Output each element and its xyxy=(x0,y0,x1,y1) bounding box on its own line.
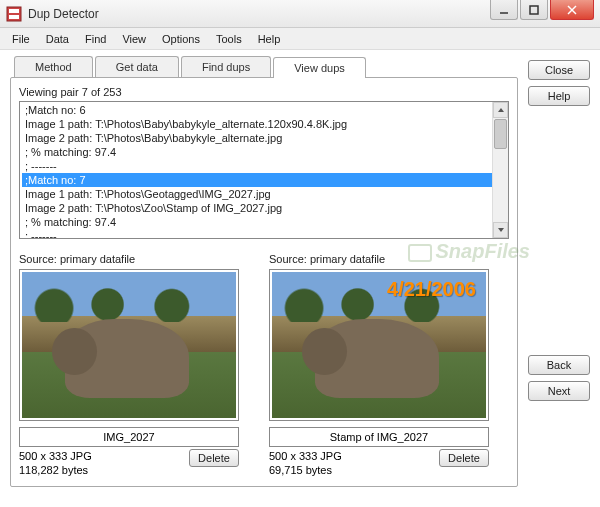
list-line[interactable]: ;Match no: 6 xyxy=(22,103,506,117)
menu-find[interactable]: Find xyxy=(77,30,114,48)
scroll-down-button[interactable] xyxy=(493,222,508,238)
list-line[interactable]: ; % matching: 97.4 xyxy=(22,145,506,159)
right-source-label: Source: primary datafile xyxy=(269,253,489,265)
svg-rect-2 xyxy=(9,15,19,19)
date-stamp-overlay: 4/21/2006 xyxy=(387,278,476,301)
menu-view[interactable]: View xyxy=(114,30,154,48)
left-filesize: 118,282 bytes xyxy=(19,463,92,477)
app-icon xyxy=(6,6,22,22)
help-button[interactable]: Help xyxy=(528,86,590,106)
menu-help[interactable]: Help xyxy=(250,30,289,48)
left-delete-button[interactable]: Delete xyxy=(189,449,239,467)
list-line[interactable]: Image 2 path: T:\Photos\Baby\babykyle_al… xyxy=(22,131,506,145)
menu-data[interactable]: Data xyxy=(38,30,77,48)
left-image-frame[interactable] xyxy=(19,269,239,421)
right-image-frame[interactable]: 4/21/2006 xyxy=(269,269,489,421)
tab-strip: Method Get data Find dups View dups xyxy=(14,56,518,77)
right-dimensions: 500 x 333 JPG xyxy=(269,449,342,463)
pair-counter: Viewing pair 7 of 253 xyxy=(19,86,509,98)
tab-method[interactable]: Method xyxy=(14,56,93,77)
match-listbox[interactable]: ;Match no: 6Image 1 path: T:\Photos\Baby… xyxy=(19,101,509,239)
back-button[interactable]: Back xyxy=(528,355,590,375)
left-filename: IMG_2027 xyxy=(19,427,239,447)
maximize-button[interactable] xyxy=(520,0,548,20)
right-image-panel: Source: primary datafile 4/21/2006 Stamp… xyxy=(269,253,489,478)
tab-get-data[interactable]: Get data xyxy=(95,56,179,77)
svg-rect-4 xyxy=(530,6,538,14)
close-button[interactable]: Close xyxy=(528,60,590,80)
menubar: File Data Find View Options Tools Help xyxy=(0,28,600,50)
left-dimensions: 500 x 333 JPG xyxy=(19,449,92,463)
minimize-button[interactable] xyxy=(490,0,518,20)
listbox-scrollbar[interactable] xyxy=(492,102,508,238)
svg-rect-1 xyxy=(9,9,19,13)
tab-pane: Viewing pair 7 of 253 ;Match no: 6Image … xyxy=(10,77,518,487)
window-title: Dup Detector xyxy=(28,7,99,21)
scroll-up-button[interactable] xyxy=(493,102,508,118)
tab-view-dups[interactable]: View dups xyxy=(273,57,366,78)
tab-find-dups[interactable]: Find dups xyxy=(181,56,271,77)
right-filesize: 69,715 bytes xyxy=(269,463,342,477)
right-delete-button[interactable]: Delete xyxy=(439,449,489,467)
scroll-thumb[interactable] xyxy=(494,119,507,149)
menu-options[interactable]: Options xyxy=(154,30,208,48)
list-line[interactable]: Image 2 path: T:\Photos\Zoo\Stamp of IMG… xyxy=(22,201,506,215)
titlebar: Dup Detector xyxy=(0,0,600,28)
list-line[interactable]: Image 1 path: T:\Photos\Baby\babykyle_al… xyxy=(22,117,506,131)
svg-marker-7 xyxy=(498,108,504,112)
menu-tools[interactable]: Tools xyxy=(208,30,250,48)
left-source-label: Source: primary datafile xyxy=(19,253,239,265)
list-line[interactable]: Image 1 path: T:\Photos\Geotagged\IMG_20… xyxy=(22,187,506,201)
close-window-button[interactable] xyxy=(550,0,594,20)
right-filename: Stamp of IMG_2027 xyxy=(269,427,489,447)
svg-marker-8 xyxy=(498,228,504,232)
list-line[interactable]: ; % matching: 97.4 xyxy=(22,215,506,229)
left-image-panel: Source: primary datafile IMG_2027 500 x … xyxy=(19,253,239,478)
list-line[interactable]: ;Match no: 7 xyxy=(22,173,506,187)
list-line[interactable]: ; ------- xyxy=(22,229,506,239)
right-image: 4/21/2006 xyxy=(272,272,486,418)
next-button[interactable]: Next xyxy=(528,381,590,401)
left-image xyxy=(22,272,236,418)
list-line[interactable]: ; ------- xyxy=(22,159,506,173)
menu-file[interactable]: File xyxy=(4,30,38,48)
